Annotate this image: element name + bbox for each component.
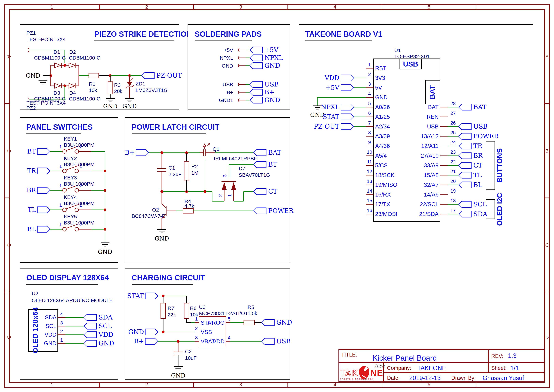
frame-row-right-B: B (546, 148, 549, 154)
u1-pin-number: 16 (367, 208, 372, 213)
frame-col-top-4: 4 (333, 4, 336, 10)
u1-pin-name: A1/25 (375, 114, 390, 120)
section-takeone-board: TAKEONE BOARD V1U1TO-ESP32-X01USBBAT1RST… (299, 24, 533, 233)
pad-pin-label: GND1 (219, 98, 233, 103)
u1-right-flag-label: SDA (473, 210, 487, 218)
zd1-ref: ZD1 (136, 81, 145, 86)
gnd-text: GND (103, 103, 118, 110)
gnd-text: GND (155, 235, 169, 242)
u1-pin-number: 2 (368, 72, 371, 77)
switch-contact (75, 189, 79, 192)
u1-pin-name: GND (375, 94, 388, 100)
resistor (244, 320, 254, 325)
u1-bat-label: BAT (428, 85, 436, 99)
net-flag (37, 187, 50, 193)
pad-net-label: +5V (264, 46, 279, 54)
u1-pin-number: 15 (367, 198, 372, 203)
u1-pin-number: 25 (450, 130, 456, 135)
switch-contact (75, 169, 79, 173)
u1-pin-number: 17 (450, 208, 456, 213)
r3-ref: R3 (114, 82, 121, 88)
u1-pin-name: 5V (375, 84, 382, 91)
u1-pin-name: 5/CS (375, 162, 388, 168)
frame-col-top-2: 2 (145, 4, 148, 10)
u1-right-flag-label: BL (473, 181, 482, 189)
d2-ref: D2 (69, 49, 76, 55)
u1-part: TO-ESP32-X01 (394, 54, 430, 59)
switch-contact (75, 208, 79, 212)
title-block: TITLE:Kicker Panel BoardREV:1.3Company:T… (339, 349, 544, 382)
r2-value: 1M (191, 170, 199, 176)
u1-pin-name: 21/SDA (419, 211, 439, 217)
u1-left-flag-label: NPXL (321, 103, 339, 111)
section-power-latch: POWER LATCH CIRCUITB+Q1IRLML6402TRPBFBAT… (125, 117, 290, 262)
r6-ref: R6 (190, 305, 196, 311)
frame-row-left-A: A (7, 55, 12, 58)
d4-ref: D4 (69, 90, 76, 96)
c2-ref: C2 (185, 349, 192, 354)
drawn-by-label: Drawn By: (451, 375, 476, 381)
net-flag (262, 320, 274, 326)
net-flag (250, 63, 263, 69)
oled-flag-label: GND (98, 340, 114, 347)
u1-pin-name: 17/TX (375, 201, 390, 207)
soldering-title: SOLDERING PADS (195, 30, 262, 38)
net-flag (459, 133, 471, 139)
zd1-part: LM3Z3V3T1G (136, 87, 168, 93)
switch-contact (62, 227, 66, 231)
resistor (183, 209, 193, 213)
u1-pin-name: BAT (428, 104, 439, 110)
frame-row-left-D: D (7, 336, 12, 339)
net-flag (136, 150, 149, 156)
frame-row-right-D: D (545, 335, 549, 340)
switch-net-label: BL (27, 225, 36, 233)
u2-pin-name: SCL (46, 323, 56, 329)
d7-pin2: 2 (218, 194, 223, 197)
u1-pin-number: 8 (368, 130, 371, 135)
switch-ref: KEY5 (64, 214, 77, 219)
frame-row-left-C: C (7, 243, 12, 247)
switch-ref: KEY1 (64, 136, 77, 142)
bplus-flag-label: B+ (125, 149, 135, 156)
title-label: TITLE: (341, 352, 357, 358)
r3-value: 20k (114, 88, 122, 94)
switch-part: B3U-1000PM (64, 200, 95, 206)
net-flag (459, 153, 471, 159)
u1-pin-name: A4/36 (375, 143, 390, 149)
net-flag (254, 161, 266, 168)
company-value: TAKEONE (417, 364, 446, 371)
stat-flag-label: STAT (127, 292, 144, 300)
u1-pin-name: A3/39 (375, 133, 390, 139)
u1-pin-number: 26 (450, 120, 456, 126)
net-flag (37, 226, 50, 232)
net-flag (459, 143, 471, 149)
section-panel-switches: PANEL SWITCHESBT12KEY1B3U-1000PMTR12KEY2… (20, 117, 118, 263)
d7-part: SBAV70LT1G (239, 172, 270, 178)
date-value: 2019-12-13 (409, 374, 441, 381)
company-label: Company: (387, 365, 411, 371)
r7-value: 22k (168, 312, 176, 317)
d2-part: CDBM1100-G (69, 55, 101, 61)
gnd-text: GND (171, 372, 185, 379)
frame-col-top-1: 1 (51, 4, 53, 10)
u1-pin-number: 23 (450, 149, 456, 155)
u1-right-flag-label: SCL (473, 201, 487, 208)
resistor (184, 161, 189, 180)
u3-num-5: 5 (228, 316, 230, 322)
drawn-by-value: Ghassan Yusuf (483, 374, 524, 381)
u1-pin-number: 14 (367, 188, 372, 194)
u1-pin-name: REN (427, 114, 439, 120)
net-flag (145, 338, 158, 344)
logo-tagline: SPORTS & TECHNOLOGY (340, 378, 374, 380)
bat-flag-label: BAT (268, 149, 281, 156)
u1-pin-number: 24 (450, 140, 456, 145)
u1-left-flag-label: VDD (325, 74, 339, 82)
u3-pin-prog: PROG (208, 320, 225, 326)
panel-title: PANEL SWITCHES (26, 123, 93, 131)
net-flag (250, 55, 263, 61)
u1-pin-number: 13 (367, 179, 372, 184)
r5-value: 1.5k (248, 310, 257, 316)
u1-pin-name: 18/SCK (375, 172, 395, 178)
rev-value: 1.3 (508, 352, 517, 359)
date-label: Date: (387, 375, 400, 381)
